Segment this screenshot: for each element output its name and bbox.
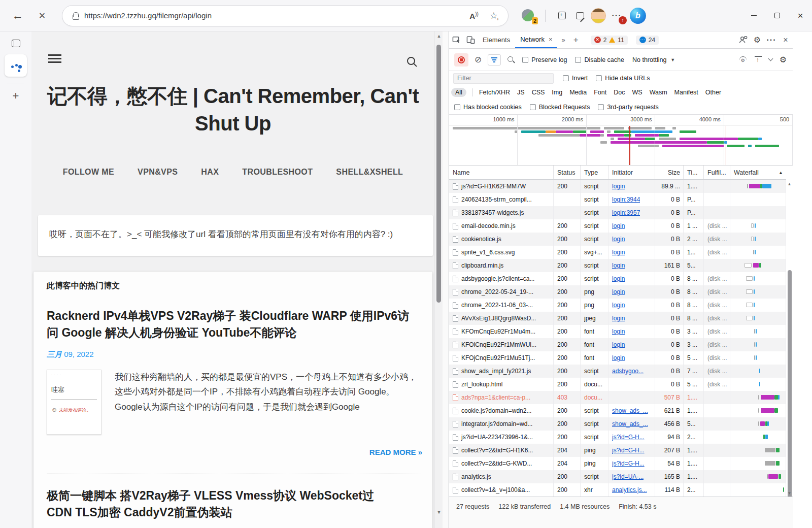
column-header-initiator[interactable]: Initiator	[608, 166, 655, 179]
lock-icon[interactable]	[73, 12, 78, 19]
request-row[interactable]: js?id=G-H1K62FMM7W200scriptlogin89.9 ...…	[449, 180, 786, 193]
request-row[interactable]: clipboard.min.js200scriptlogin161 B5...	[449, 259, 786, 272]
read-aloud-icon[interactable]: A))	[469, 11, 479, 20]
post-thumbnail[interactable]: · · · · 哇塞 ☺未能发布评论。	[47, 370, 101, 435]
request-row[interactable]: ads?npa=1&client=ca-p...403docu...507 B1…	[449, 391, 786, 404]
back-icon[interactable]: ←	[9, 9, 26, 22]
tab-actions-icon[interactable]	[12, 40, 20, 47]
filter-chip-img[interactable]: Img	[552, 89, 562, 96]
filter-chip-wasm[interactable]: Wasm	[650, 89, 667, 96]
nav-item-3[interactable]: TROUBLESHOOT	[242, 168, 313, 177]
add-devtools-tab-icon[interactable]: +	[569, 35, 583, 45]
record-button[interactable]	[454, 53, 468, 67]
clear-icon[interactable]: ⊘	[475, 54, 482, 65]
request-row[interactable]: chrome_2022-05-24_19-...200pnglogin0 B8 …	[449, 285, 786, 299]
request-row[interactable]: show_ads_impl_fy2021.js200scriptadsbygoo…	[449, 365, 786, 378]
more-tabs-icon[interactable]: »	[557, 36, 569, 44]
filter-chip-fetch-xhr[interactable]: Fetch/XHR	[479, 89, 510, 96]
filter-checkbox-1[interactable]: Blocked Requests	[530, 104, 590, 111]
web-capture-button[interactable]	[571, 7, 589, 25]
filter-chip-manifest[interactable]: Manifest	[674, 89, 698, 96]
request-row[interactable]: zrt_lookup.html200docu...0 B5 ...(disk .…	[449, 378, 786, 391]
chevron-down-icon[interactable]	[768, 56, 773, 61]
devtools-resizer[interactable]	[443, 31, 449, 528]
stop-loading-icon[interactable]: ×	[33, 9, 51, 22]
initiator-link[interactable]: js?id=G-H...	[612, 434, 645, 441]
filter-chip-font[interactable]: Font	[594, 89, 606, 96]
initiator-link[interactable]: login:3944	[612, 196, 640, 203]
initiator-link[interactable]: js?id=UA-...	[612, 473, 644, 480]
initiator-link[interactable]: login	[612, 222, 625, 229]
address-bar[interactable]: https://wdn2.tzzhu.gq/filemgr/api/login …	[62, 5, 509, 26]
initiator-link[interactable]: js?id=G-H...	[612, 447, 645, 454]
close-button[interactable]: ×	[789, 6, 812, 26]
initiator-link[interactable]: show_ads_...	[612, 407, 648, 414]
request-row[interactable]: collect?v=2&tid=G-H1K6...204pingjs?id=G-…	[449, 444, 786, 457]
initiator-link[interactable]: login:3957	[612, 209, 640, 216]
page-scrollbar-thumb[interactable]	[436, 45, 441, 303]
devtools-scrollbar-thumb[interactable]	[788, 270, 792, 516]
collections-button[interactable]	[553, 7, 571, 25]
scroll-up-icon[interactable]: ▲	[786, 182, 793, 186]
request-row[interactable]: KFOmCnqEu92Fr1Mu4m...200fontlogin0 B3 ..…	[449, 325, 786, 338]
nav-item-2[interactable]: HAX	[201, 168, 219, 177]
more-menu-button[interactable]: ··· ↑	[607, 7, 626, 25]
issues-badge[interactable]: ✕2 11	[591, 36, 628, 45]
column-header-waterfall[interactable]: Waterfall▲	[730, 166, 786, 179]
request-row[interactable]: collect?v=2&tid=G-KWD...204pingjs?id=G-H…	[449, 457, 786, 470]
tab-close-icon[interactable]: ×	[549, 36, 553, 43]
throttling-select[interactable]: No throttling▼	[632, 56, 675, 63]
hamburger-menu-icon[interactable]	[48, 54, 61, 65]
scroll-down-icon[interactable]: ▼	[786, 491, 793, 496]
devtools-menu-icon[interactable]: ···	[764, 34, 779, 47]
post-title-link[interactable]: 极简一键脚本 搭V2Ray梯子 VLESS Vmess协议 WebSocket过…	[47, 487, 392, 521]
network-search-icon[interactable]	[507, 56, 515, 64]
filter-checkbox-2[interactable]: 3rd-party requests	[598, 104, 658, 111]
initiator-link[interactable]: js?id=G-H...	[612, 460, 645, 467]
request-row[interactable]: js?id=UA-223473996-1&...200scriptjs?id=G…	[449, 431, 786, 444]
initiator-link[interactable]: login	[612, 183, 625, 190]
request-row[interactable]: collect?v=1&_v=j100&a...200xhranalytics.…	[449, 483, 786, 497]
column-header-type[interactable]: Type	[581, 166, 608, 179]
tab-network[interactable]: Network×	[515, 31, 557, 48]
request-row[interactable]: cookienotice.js200scriptlogin0 B2 ...(di…	[449, 233, 786, 246]
initiator-link[interactable]: login	[612, 288, 625, 295]
active-tab[interactable]	[5, 54, 27, 77]
column-header-name[interactable]: Name	[449, 166, 554, 179]
column-header-status[interactable]: Status	[554, 166, 581, 179]
request-row[interactable]: adsbygoogle.js?client=ca...200scriptlogi…	[449, 272, 786, 285]
initiator-link[interactable]: login	[612, 328, 625, 335]
network-conditions-icon[interactable]	[738, 56, 748, 63]
disable-cache-checkbox[interactable]: Disable cache	[575, 56, 624, 63]
devtools-close-icon[interactable]: ×	[779, 34, 793, 47]
blog-search-icon[interactable]	[406, 56, 418, 70]
maximize-button[interactable]	[765, 6, 789, 26]
scroll-up-icon[interactable]: ▲	[435, 34, 443, 39]
initiator-link[interactable]: analytics.js...	[612, 486, 647, 493]
scroll-down-icon[interactable]: ▼	[435, 510, 443, 515]
preserve-log-checkbox[interactable]: Preserve log	[522, 56, 567, 63]
network-settings-icon[interactable]: ⚙	[780, 55, 787, 64]
filter-chip-other[interactable]: Other	[705, 89, 721, 96]
initiator-link[interactable]: login	[612, 302, 625, 309]
page-scrollbar[interactable]: ▲ ▼	[434, 31, 443, 528]
nav-item-0[interactable]: FOLLOW ME	[63, 168, 114, 177]
nav-item-4[interactable]: SHELL&XSHELL	[336, 168, 403, 177]
minimize-button[interactable]	[742, 6, 765, 26]
filter-chip-media[interactable]: Media	[569, 89, 587, 96]
favorites-star-icon[interactable]: ☆+	[490, 11, 498, 20]
extension-button[interactable]: 2	[522, 9, 535, 22]
request-row[interactable]: KFOjCnqEu92Fr1Mu51Tj...200fontlogin0 B5 …	[449, 351, 786, 365]
post-title-link[interactable]: Racknerd IPv4单栈VPS V2Ray梯子 装Cloudflare W…	[47, 308, 412, 342]
column-header-fulfilled[interactable]: Fulfil...	[704, 166, 730, 179]
url-text[interactable]: https://wdn2.tzzhu.gq/filemgr/api/login	[84, 11, 469, 20]
request-row[interactable]: KFOlCnqEu92Fr1MmWUl...200fontlogin0 B3 .…	[449, 338, 786, 351]
network-overview[interactable]: 1000 ms2000 ms3000 ms4000 ms500	[449, 115, 793, 166]
feedback-icon[interactable]	[736, 34, 750, 47]
hide-data-urls-checkbox[interactable]: Hide data URLs	[596, 75, 650, 82]
initiator-link[interactable]: adsbygoo...	[612, 368, 644, 375]
filter-chip-doc[interactable]: Doc	[614, 89, 625, 96]
profile-button[interactable]	[589, 7, 607, 25]
request-row[interactable]: 3381873457-widgets.jsscriptlogin:39570 B…	[449, 206, 786, 219]
initiator-link[interactable]: login	[612, 341, 625, 348]
